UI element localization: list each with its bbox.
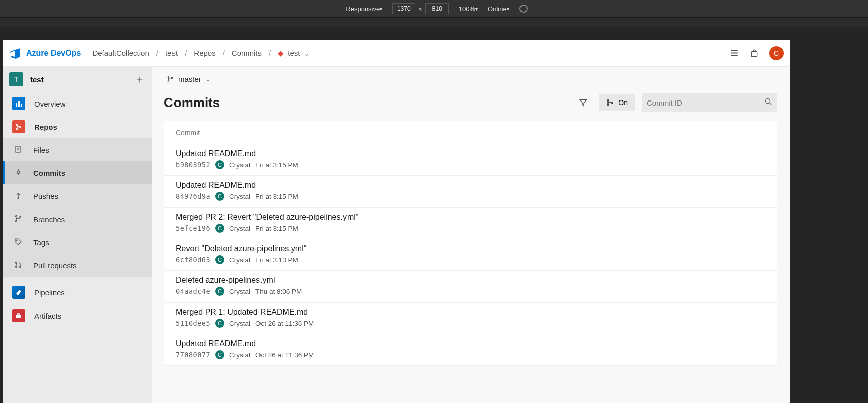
crumb-area[interactable]: Repos: [194, 49, 215, 57]
commit-search[interactable]: [642, 93, 777, 112]
commit-row[interactable]: Updated README.mdb9803952CCrystalFri at …: [164, 144, 777, 176]
graph-toggle-label: On: [618, 98, 628, 107]
project-name: test: [30, 75, 128, 84]
project-row[interactable]: T test ＋: [3, 67, 152, 92]
commit-table-header: Commit: [164, 121, 777, 144]
graph-toggle[interactable]: On: [599, 94, 635, 111]
azure-devops-logo-icon[interactable]: [9, 47, 21, 59]
commit-row[interactable]: Revert "Deleted azure-pipelines.yml"6cf8…: [164, 239, 777, 271]
commit-message: Updated README.md: [176, 339, 766, 348]
commit-hash[interactable]: 6cf80d63: [176, 256, 210, 264]
sidebar-sub-files[interactable]: Files: [3, 138, 152, 161]
commit-message: Deleted azure-pipelines.yml: [176, 276, 766, 285]
crumb-page[interactable]: Commits: [232, 49, 262, 57]
author-avatar: C: [215, 160, 224, 169]
user-avatar[interactable]: C: [769, 46, 784, 60]
sidebar-item-artifacts[interactable]: Artifacts: [3, 304, 152, 327]
commit-author[interactable]: Crystal: [229, 161, 250, 169]
devtools-ruler: [0, 17, 868, 27]
commit-row[interactable]: Merged PR 1: Updated README.md5110dee5CC…: [164, 303, 777, 334]
commit-hash[interactable]: 04aadc4e: [176, 287, 210, 295]
sidebar-item-pipelines[interactable]: Pipelines: [3, 281, 152, 304]
sidebar-sub-pull-requests[interactable]: Pull requests: [3, 254, 152, 277]
list-icon[interactable]: [729, 48, 739, 58]
sidebar-item-label: Pushes: [33, 192, 58, 200]
commit-date: Fri at 3:15 PM: [255, 161, 298, 169]
svg-point-15: [16, 266, 17, 267]
svg-point-13: [16, 240, 17, 241]
commit-author[interactable]: Crystal: [229, 193, 250, 200]
branch-picker[interactable]: master ⌄: [167, 75, 777, 83]
artifacts-icon: [12, 309, 25, 322]
sidebar-item-label: Artifacts: [34, 312, 61, 320]
svg-rect-18: [17, 313, 20, 315]
crumb-sep: /: [223, 49, 225, 57]
svg-point-25: [766, 99, 770, 104]
commit-author[interactable]: Crystal: [229, 320, 250, 327]
sidebar-sub-tags[interactable]: Tags: [3, 231, 152, 254]
commit-hash[interactable]: 84976d9a: [176, 192, 210, 200]
author-avatar: C: [215, 319, 224, 328]
svg-point-11: [16, 220, 17, 222]
sidebar-item-repos[interactable]: Repos: [3, 115, 152, 138]
commit-hash[interactable]: 77080077: [176, 351, 210, 359]
crumb-project[interactable]: test: [165, 49, 178, 57]
commit-hash[interactable]: 5110dee5: [176, 319, 210, 327]
devtools-width-input[interactable]: [392, 3, 415, 14]
devtools-network[interactable]: Online: [488, 5, 509, 13]
svg-point-22: [607, 99, 609, 101]
commit-author[interactable]: Crystal: [229, 288, 250, 295]
devtools-zoom[interactable]: 100%: [459, 5, 478, 13]
filter-icon: [579, 98, 588, 107]
sidebar-item-label: Commits: [33, 169, 65, 177]
svg-point-9: [18, 198, 19, 199]
svg-point-20: [168, 81, 169, 82]
sidebar-sub-branches[interactable]: Branches: [3, 208, 152, 231]
commit-author[interactable]: Crystal: [229, 225, 250, 232]
author-avatar: C: [215, 350, 224, 359]
commit-hash[interactable]: b9803952: [176, 161, 210, 169]
repo-picker[interactable]: ◆ test ⌄: [278, 49, 309, 58]
sidebar-sub-commits[interactable]: Commits: [3, 161, 152, 184]
commit-author[interactable]: Crystal: [229, 256, 250, 264]
branch-name: master: [178, 75, 201, 83]
devtools-height-input[interactable]: [425, 3, 449, 14]
commit-row[interactable]: Merged PR 2: Revert "Deleted azure-pipel…: [164, 208, 777, 239]
project-tile: T: [9, 72, 23, 86]
crumb-collection[interactable]: DefaultCollection: [92, 49, 149, 57]
files-icon: [14, 145, 24, 155]
commit-message: Updated README.md: [176, 181, 766, 190]
commit-row[interactable]: Updated README.md84976d9aCCrystalFri at …: [164, 176, 777, 208]
commit-message: Merged PR 2: Revert "Deleted azure-pipel…: [176, 213, 766, 222]
chevron-down-icon: ⌄: [304, 50, 309, 57]
sidebar-item-overview[interactable]: Overview: [3, 92, 152, 115]
repos-icon: [12, 120, 25, 133]
sidebar: T test ＋ Overview Repos FilesCommitsPush…: [3, 67, 152, 403]
plus-icon[interactable]: ＋: [135, 73, 145, 86]
sidebar-item-label: Branches: [33, 215, 65, 224]
svg-rect-2: [18, 101, 20, 107]
commit-search-input[interactable]: [647, 98, 764, 107]
svg-point-21: [171, 77, 173, 79]
devtools-mode[interactable]: Responsive: [345, 5, 382, 13]
svg-rect-1: [16, 103, 17, 107]
commit-author[interactable]: Crystal: [229, 351, 250, 359]
commit-row[interactable]: Deleted azure-pipelines.yml04aadc4eCCrys…: [164, 271, 777, 303]
commit-message: Merged PR 1: Updated README.md: [176, 308, 766, 317]
branch-icon: [167, 76, 174, 83]
page-title: Commits: [164, 95, 220, 111]
svg-point-23: [607, 105, 609, 106]
sidebar-sub-pushes[interactable]: Pushes: [3, 184, 152, 208]
commit-row[interactable]: Updated README.md77080077CCrystalOct 26 …: [164, 334, 777, 366]
rotate-icon[interactable]: [519, 5, 528, 13]
svg-rect-3: [21, 104, 22, 107]
shopping-bag-icon[interactable]: [749, 48, 759, 58]
commit-hash[interactable]: 5efce196: [176, 224, 210, 232]
brand-text[interactable]: Azure DevOps: [26, 49, 81, 58]
svg-point-12: [20, 216, 21, 218]
svg-rect-0: [751, 51, 757, 56]
author-avatar: C: [215, 287, 224, 296]
filter-button[interactable]: [575, 94, 592, 111]
svg-point-19: [168, 76, 169, 78]
search-icon: [764, 97, 772, 108]
